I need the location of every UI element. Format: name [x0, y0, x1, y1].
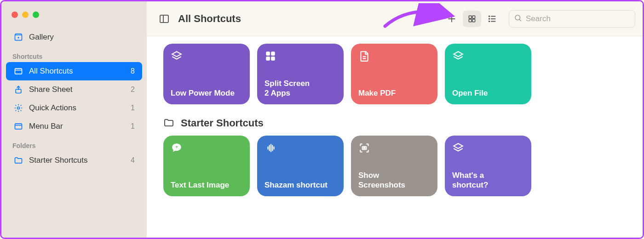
svg-point-19: [489, 21, 490, 22]
shortcut-card-label: Low Power Mode: [171, 89, 242, 98]
app-window-icon: [13, 66, 23, 76]
svg-rect-12: [472, 16, 475, 18]
shortcut-card-label: Split Screen 2 Apps: [264, 79, 336, 98]
sidebar-item-all-shortcuts[interactable]: All Shortcuts 8: [6, 62, 142, 80]
sidebar-item-label: Gallery: [29, 33, 135, 42]
content-area: Low Power ModeSplit Screen 2 AppsMake PD…: [147, 36, 643, 213]
section-title: Starter Shortcuts: [181, 117, 264, 129]
sidebar-item-count: 4: [131, 156, 135, 165]
svg-point-4: [17, 107, 20, 109]
minimize-window-button[interactable]: [22, 11, 29, 18]
shortcut-card-label: Shazam shortcut: [264, 181, 336, 190]
layers-icon: [452, 50, 464, 62]
sidebar-item-label: Share Sheet: [29, 85, 131, 94]
wave-icon: [264, 142, 276, 154]
gear-icon: [13, 103, 23, 113]
shortcut-card[interactable]: Make PDF: [351, 44, 437, 104]
shortcut-card-label: Make PDF: [358, 89, 430, 98]
fullscreen-window-button[interactable]: [33, 11, 39, 18]
svg-rect-13: [469, 19, 472, 22]
sidebar-item-menu-bar[interactable]: Menu Bar 1: [6, 117, 142, 136]
svg-rect-7: [160, 15, 168, 23]
add-shortcut-button[interactable]: [443, 11, 461, 27]
toggle-sidebar-icon[interactable]: [158, 12, 171, 25]
shortcut-row: Low Power ModeSplit Screen 2 AppsMake PD…: [163, 44, 626, 104]
sidebar-header-shortcuts: Shortcuts: [1, 46, 147, 62]
sidebar-folder-starter-shortcuts[interactable]: Starter Shortcuts 4: [6, 151, 142, 170]
svg-rect-5: [15, 124, 22, 129]
sidebar-item-label: Menu Bar: [29, 122, 131, 131]
svg-rect-11: [469, 16, 472, 18]
grid-view-button[interactable]: [463, 11, 481, 27]
svg-point-21: [515, 15, 520, 20]
menubar-icon: [13, 121, 23, 131]
svg-rect-23: [266, 51, 270, 56]
sidebar-item-count: 1: [131, 122, 135, 131]
shortcut-card[interactable]: What's a shortcut?: [445, 136, 531, 196]
layers-icon: [452, 142, 464, 154]
section-header-starter: Starter Shortcuts: [163, 117, 626, 129]
search-field[interactable]: [509, 10, 635, 28]
close-window-button[interactable]: [12, 11, 18, 18]
shortcut-card[interactable]: Show Screenshots: [351, 136, 437, 196]
shortcut-card[interactable]: Shazam shortcut: [257, 136, 344, 196]
sidebar-item-quick-actions[interactable]: Quick Actions 1: [6, 99, 142, 117]
toolbar: All Shortcuts: [147, 1, 643, 36]
folder-icon: [163, 117, 175, 129]
svg-point-38: [363, 147, 365, 148]
gallery-icon: [13, 32, 23, 42]
sidebar: Gallery Shortcuts All Shortcuts 8 Share …: [1, 1, 147, 238]
search-icon: [514, 14, 522, 24]
list-view-button[interactable]: [483, 11, 501, 27]
svg-line-22: [519, 19, 521, 21]
svg-rect-1: [15, 68, 22, 74]
sidebar-item-label: All Shortcuts: [29, 67, 131, 76]
capture-icon: [358, 142, 370, 154]
svg-rect-24: [271, 51, 275, 56]
shortcut-card[interactable]: Low Power Mode: [163, 44, 250, 104]
shortcut-card[interactable]: +Text Last Image: [163, 136, 250, 196]
shortcut-card-label: What's a shortcut?: [452, 171, 524, 190]
shortcut-card[interactable]: Open File: [445, 44, 531, 104]
shortcut-card-label: Open File: [452, 89, 524, 98]
svg-rect-25: [266, 57, 270, 61]
main-panel: All Shortcuts Low Power ModeSplit Screen…: [147, 1, 643, 238]
svg-text:+: +: [175, 144, 178, 149]
search-input[interactable]: [526, 14, 630, 23]
sidebar-item-count: 2: [131, 85, 135, 94]
shortcut-card-label: Text Last Image: [171, 181, 242, 190]
share-icon: [13, 85, 23, 95]
shortcut-row: +Text Last ImageShazam shortcutShow Scre…: [163, 136, 626, 196]
svg-rect-14: [472, 19, 475, 22]
sidebar-item-share-sheet[interactable]: Share Sheet 2: [6, 80, 142, 99]
shortcut-card[interactable]: Split Screen 2 Apps: [257, 44, 344, 104]
bubble-icon: +: [171, 142, 183, 154]
sidebar-item-gallery[interactable]: Gallery: [6, 28, 142, 46]
sidebar-item-label: Starter Shortcuts: [29, 156, 131, 165]
page-title: All Shortcuts: [178, 13, 241, 25]
layers-icon: [171, 50, 183, 62]
window-controls: [1, 8, 147, 28]
svg-point-15: [489, 16, 490, 17]
sidebar-item-count: 8: [131, 67, 135, 75]
shortcut-card-label: Show Screenshots: [358, 171, 430, 190]
doc-icon: [358, 50, 370, 62]
grid4-icon: [264, 50, 276, 62]
svg-point-17: [489, 18, 490, 19]
svg-rect-26: [271, 57, 275, 61]
sidebar-item-label: Quick Actions: [29, 103, 131, 113]
folder-icon: [13, 155, 23, 165]
sidebar-header-folders: Folders: [1, 136, 147, 151]
sidebar-item-count: 1: [131, 104, 135, 112]
